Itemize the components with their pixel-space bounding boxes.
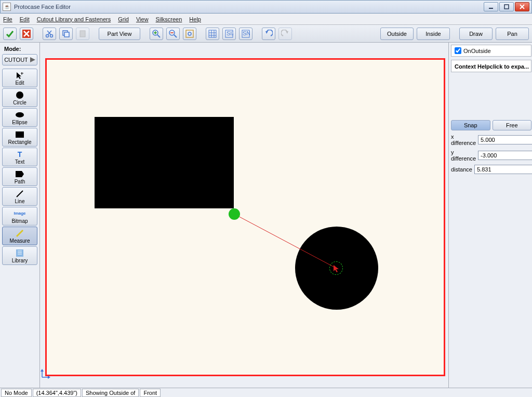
svg-marker-33: [286, 31, 288, 34]
menu-view[interactable]: View: [136, 16, 149, 22]
cutout-mode-button[interactable]: CUTOUT: [2, 54, 37, 65]
distance-label: distance: [451, 166, 472, 173]
measure-line: [47, 60, 444, 375]
svg-marker-53: [48, 376, 50, 379]
x-diff-label: x difference: [451, 134, 476, 146]
context-help[interactable]: Context Helpclick to expa...: [451, 60, 531, 72]
redo-button: [278, 28, 292, 40]
rectangle-tool[interactable]: Rectangle: [2, 128, 37, 147]
svg-marker-32: [265, 31, 268, 34]
snap-mode-button[interactable]: Snap: [451, 120, 490, 130]
zoom-fit-button[interactable]: [183, 28, 196, 40]
java-icon: ☕: [3, 3, 11, 11]
free-mode-button[interactable]: Free: [493, 120, 532, 130]
origin-icon: [40, 369, 50, 379]
snap-button[interactable]: SNAP: [239, 28, 252, 40]
svg-line-42: [17, 191, 23, 197]
on-outside-check[interactable]: [455, 47, 461, 54]
paste-button: [76, 28, 89, 40]
x-diff-input[interactable]: [478, 135, 532, 144]
y-diff-label: y difference: [451, 149, 476, 162]
svg-line-43: [17, 230, 23, 236]
text-tool[interactable]: T Text: [2, 148, 37, 166]
svg-text:SNAP: SNAP: [243, 30, 250, 36]
minimize-button[interactable]: [484, 2, 498, 11]
status-showing: Showing Outside of: [82, 389, 139, 397]
on-outside-checkbox[interactable]: OnOutside: [451, 45, 531, 57]
svg-rect-23: [209, 30, 216, 37]
tool-panel: Mode: CUTOUT Edit Circle Ellipse Rectang…: [0, 43, 40, 388]
close-button[interactable]: [515, 2, 529, 11]
svg-rect-44: [16, 249, 23, 257]
status-bar: No Mode (14.364",4.439") Showing Outside…: [0, 388, 532, 397]
svg-marker-41: [16, 171, 24, 177]
svg-point-39: [16, 112, 24, 117]
svg-marker-51: [41, 369, 44, 372]
bitmap-tool[interactable]: Image Bitmap: [2, 207, 37, 226]
undo-button[interactable]: [262, 28, 275, 40]
svg-marker-35: [17, 72, 21, 79]
circle-tool[interactable]: Circle: [2, 88, 37, 107]
edit-tool[interactable]: Edit: [2, 69, 37, 87]
svg-line-15: [157, 35, 160, 37]
rectangle-shape[interactable]: [95, 117, 234, 208]
y-diff-input[interactable]: [478, 151, 532, 160]
menu-edit[interactable]: Edit: [20, 16, 30, 22]
menu-help[interactable]: Help: [189, 16, 201, 22]
cut-button[interactable]: [43, 28, 56, 40]
svg-marker-49: [334, 265, 339, 272]
zoom-in-button[interactable]: [150, 28, 163, 40]
status-coords: (14.364",4.439"): [33, 389, 81, 397]
title-bar: ☕ Protocase Face Editor: [0, 0, 532, 14]
measure-tool[interactable]: Measure: [2, 227, 37, 245]
outside-button[interactable]: Outside: [380, 28, 414, 40]
svg-point-38: [16, 91, 23, 99]
measure-start-point[interactable]: [229, 208, 240, 220]
zoom-out-button[interactable]: [166, 28, 180, 40]
properties-panel: OnOutside Context Helpclick to expa... S…: [448, 43, 532, 388]
svg-point-22: [188, 32, 191, 35]
draw-button[interactable]: Draw: [459, 28, 493, 40]
status-mode: No Mode: [1, 389, 32, 397]
library-tool[interactable]: Library: [2, 246, 37, 265]
maximize-button[interactable]: [499, 2, 514, 11]
menu-silkscreen[interactable]: Silkscreen: [156, 16, 182, 22]
grid-button[interactable]: [206, 28, 219, 40]
cursor-icon: [334, 265, 341, 272]
svg-marker-34: [30, 57, 35, 62]
svg-rect-1: [504, 5, 509, 9]
copy-button[interactable]: [59, 28, 73, 40]
svg-rect-12: [64, 32, 69, 37]
svg-line-19: [174, 35, 177, 37]
canvas-area: [40, 43, 448, 388]
distance-input[interactable]: [474, 165, 532, 174]
size-button[interactable]: SIZE: [222, 28, 236, 40]
canvas[interactable]: [45, 58, 445, 376]
toolbar: Part View SIZE SNAP Outside Inside Draw …: [0, 25, 532, 43]
svg-line-9: [48, 31, 51, 35]
svg-rect-13: [80, 31, 85, 37]
inside-button[interactable]: Inside: [417, 28, 450, 40]
menu-cutout[interactable]: Cutout Library and Fasteners: [37, 16, 111, 22]
menu-file[interactable]: File: [3, 16, 12, 22]
svg-line-10: [47, 31, 51, 35]
svg-rect-21: [186, 30, 193, 37]
part-view-button[interactable]: Part View: [99, 28, 140, 40]
mode-header: Mode:: [2, 45, 37, 53]
path-tool[interactable]: Path: [2, 167, 37, 186]
play-icon: [30, 57, 35, 62]
window-title: Protocase Face Editor: [14, 4, 484, 10]
ok-button[interactable]: [3, 28, 17, 40]
line-tool[interactable]: Line: [2, 187, 37, 206]
cancel-button[interactable]: [20, 28, 33, 40]
svg-rect-40: [16, 131, 24, 138]
menu-grid[interactable]: Grid: [118, 16, 129, 22]
status-face: Front: [140, 389, 161, 397]
pan-button[interactable]: Pan: [496, 28, 529, 40]
ellipse-tool[interactable]: Ellipse: [2, 108, 37, 127]
svg-text:SIZE: SIZE: [227, 30, 233, 36]
menu-bar: File Edit Cutout Library and Fasteners G…: [0, 14, 532, 25]
